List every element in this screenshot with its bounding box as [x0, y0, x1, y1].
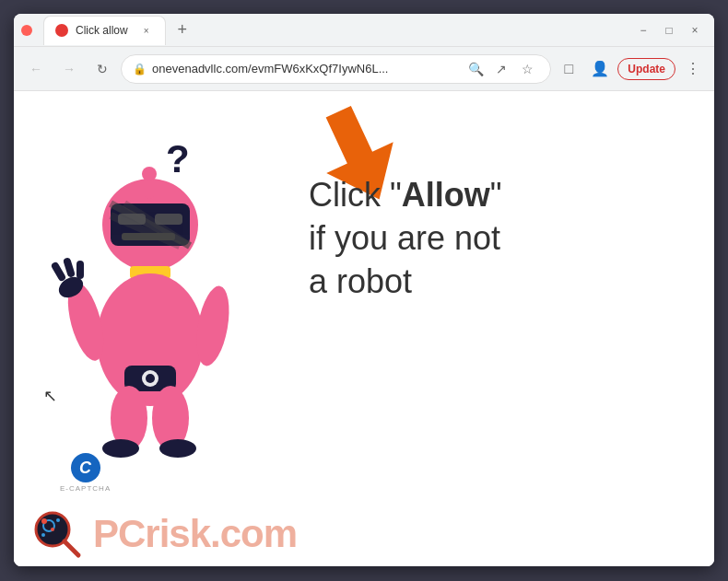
tab-title: Click allow — [76, 24, 128, 37]
forward-button[interactable]: → — [54, 54, 84, 84]
window-action-buttons: − □ × — [631, 18, 707, 42]
share-button[interactable]: ↗ — [489, 57, 513, 81]
captcha-line1: Click "Allow" — [309, 174, 502, 217]
lock-icon: 🔒 — [133, 63, 147, 76]
tab-close-button[interactable]: × — [139, 23, 154, 38]
svg-line-20 — [67, 261, 71, 273]
more-menu-button[interactable]: ⋮ — [679, 55, 707, 83]
address-actions: 🔍 ↗ ☆ — [464, 57, 539, 81]
update-button[interactable]: Update — [617, 58, 675, 80]
maximize-button[interactable]: □ — [657, 18, 681, 42]
title-bar: Click allow × + − □ × — [14, 14, 714, 47]
ecaptcha-label: E-CAPTCHA — [60, 484, 111, 493]
captcha-message: Click "Allow" if you are not a robot — [309, 174, 502, 303]
captcha-line3: a robot — [309, 261, 502, 304]
window-controls — [21, 25, 32, 36]
captcha-line2: if you are not — [309, 217, 502, 261]
search-icon-btn[interactable]: 🔍 — [464, 57, 487, 81]
profile-button[interactable]: 👤 — [586, 55, 614, 83]
active-tab[interactable]: Click allow × — [43, 16, 166, 45]
ecaptcha-logo: C E-CAPTCHA — [60, 453, 111, 493]
svg-rect-7 — [118, 214, 146, 225]
svg-point-30 — [51, 528, 54, 531]
minimize-button[interactable]: − — [631, 18, 655, 42]
svg-point-32 — [41, 533, 45, 537]
svg-point-26 — [159, 439, 196, 458]
toolbar-right: □ 👤 Update ⋮ — [555, 55, 707, 83]
close-window-button[interactable]: × — [683, 18, 707, 42]
pcrisk-watermark: PCrisk.com — [14, 502, 714, 566]
svg-point-16 — [146, 374, 155, 383]
svg-rect-10 — [145, 179, 154, 199]
nav-bar: ← → ↻ 🔒 onevenadvllc.com/evmFW6xKxQf7Iyw… — [14, 47, 714, 91]
tab-bar: Click allow × + — [43, 16, 628, 45]
ecaptcha-icon: C — [71, 453, 100, 482]
svg-line-31 — [65, 541, 78, 555]
close-button[interactable] — [21, 25, 32, 36]
robot-illustration: ? — [32, 128, 272, 469]
reload-button[interactable]: ↻ — [88, 54, 117, 84]
svg-rect-9 — [122, 233, 175, 240]
extensions-button[interactable]: □ — [555, 55, 582, 83]
pcrisk-text: PCrisk.com — [93, 512, 297, 556]
back-button[interactable]: ← — [21, 54, 51, 84]
svg-point-29 — [41, 518, 47, 524]
svg-rect-8 — [155, 214, 182, 225]
new-tab-button[interactable]: + — [170, 17, 195, 43]
svg-text:?: ? — [166, 137, 190, 180]
url-text: onevenadvllc.com/evmFW6xKxQf7IywN6L... — [152, 62, 458, 76]
address-bar[interactable]: 🔒 onevenadvllc.com/evmFW6xKxQf7IywN6L...… — [121, 54, 551, 84]
svg-line-19 — [55, 266, 62, 277]
page-content: ? — [14, 91, 714, 566]
bookmark-button[interactable]: ☆ — [515, 57, 539, 81]
pcrisk-magnifier-icon — [32, 509, 82, 559]
browser-window: Click allow × + − □ × ← → ↻ 🔒 onevenadvl… — [14, 14, 714, 566]
svg-point-11 — [142, 167, 157, 181]
svg-point-33 — [56, 518, 60, 522]
tab-favicon — [55, 24, 68, 37]
